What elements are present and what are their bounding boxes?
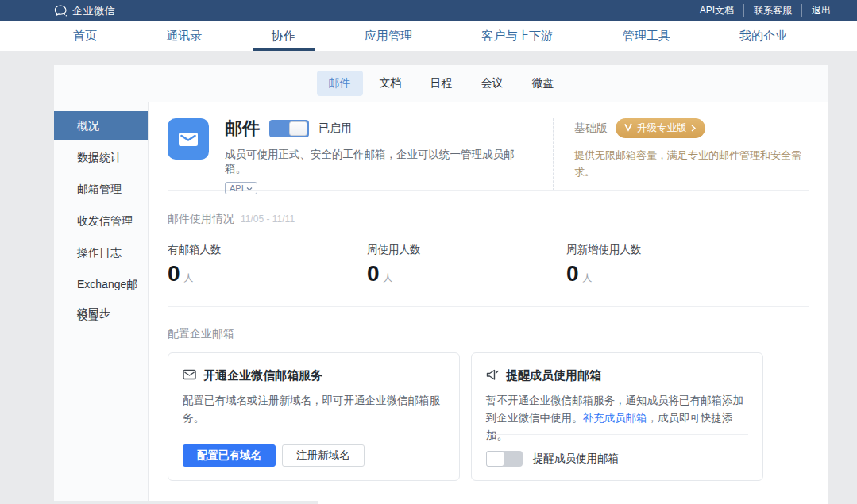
- sidebar-item-statistics[interactable]: 数据统计: [54, 143, 148, 171]
- nav-tab-admin-tools[interactable]: 管理工具: [623, 21, 670, 51]
- page-title: 邮件: [225, 117, 260, 140]
- toggle-knob: [486, 451, 504, 467]
- upgrade-pro-button[interactable]: 升级专业版: [616, 118, 705, 138]
- stat-label: 周新增使用人数: [566, 243, 766, 257]
- collaboration-subtabs: 邮件 文档 日程 会议 微盘: [54, 65, 828, 102]
- mail-enabled-toggle[interactable]: [269, 120, 309, 137]
- nav-tab-app-management[interactable]: 应用管理: [365, 21, 412, 51]
- topbar-links: API文档 联系客服 退出: [690, 4, 831, 17]
- stat-unit: 人: [184, 271, 194, 285]
- card-description: 暂不开通企业微信邮箱服务，通知成员将已有邮箱添加到企业微信中使用。补充成员邮箱，…: [486, 392, 748, 444]
- status-label: 已启用: [318, 121, 352, 136]
- mail-sidebar: 概况 数据统计 邮箱管理 收发信管理 操作日志 Exchange邮箱同步 设置: [54, 102, 149, 504]
- configure-domain-button[interactable]: 配置已有域名: [183, 444, 276, 467]
- plan-description: 提供无限邮箱容量，满足专业的邮件管理和安全需求。: [574, 147, 809, 180]
- card-title: 提醒成员使用邮箱: [506, 368, 601, 383]
- nav-tab-home[interactable]: 首页: [73, 21, 97, 51]
- mail-app-summary: 邮件 已启用 成员可使用正式、安全的工作邮箱，企业可以统一管理成员邮箱。 API: [168, 118, 554, 190]
- sidebar-item-operation-log[interactable]: 操作日志: [54, 238, 148, 267]
- card-divider: [486, 434, 748, 435]
- register-domain-button[interactable]: 注册新域名: [282, 444, 365, 467]
- stat-label: 周使用人数: [367, 243, 566, 257]
- app-description: 成员可使用正式、安全的工作邮箱，企业可以统一管理成员邮箱。: [225, 148, 534, 176]
- subtab-docs[interactable]: 文档: [368, 71, 414, 96]
- topbar: 企业微信 API文档 联系客服 退出: [0, 0, 857, 21]
- next-section-cutoff: [54, 501, 318, 504]
- card-remind-members: 提醒成员使用邮箱 暂不开通企业微信邮箱服务，通知成员将已有邮箱添加到企业微信中使…: [471, 352, 763, 481]
- remind-members-toggle[interactable]: [486, 451, 523, 467]
- subtab-drive[interactable]: 微盘: [520, 71, 566, 96]
- remind-toggle-label: 提醒成员使用邮箱: [533, 452, 619, 466]
- toggle-knob: [289, 121, 307, 136]
- nav-tab-customers[interactable]: 客户与上下游: [481, 21, 553, 51]
- main-panel: 邮件 文档 日程 会议 微盘 概况 数据统计 邮箱管理 收发信管理 操作日志 E…: [54, 65, 828, 504]
- usage-section-header: 邮件使用情况11/05 - 11/11: [168, 212, 809, 226]
- logout-link[interactable]: 退出: [801, 4, 831, 17]
- stat-unit: 人: [583, 271, 593, 285]
- usage-title: 邮件使用情况: [168, 212, 234, 225]
- main-nav: 首页 通讯录 协作 应用管理 客户与上下游 管理工具 我的企业: [0, 21, 857, 51]
- upgrade-icon: [623, 122, 633, 134]
- stats-divider: [168, 306, 809, 307]
- plan-name: 基础版: [574, 121, 608, 136]
- stat-value: 0: [566, 261, 579, 287]
- nav-tab-collaboration[interactable]: 协作: [272, 21, 295, 51]
- wecom-logo[interactable]: 企业微信: [54, 4, 115, 18]
- subtab-schedule[interactable]: 日程: [419, 71, 465, 96]
- stat-weekly-users: 周使用人数 0 人: [367, 243, 566, 287]
- config-section-title: 配置企业邮箱: [168, 327, 809, 341]
- card-open-mail-service: 开通企业微信邮箱服务 配置已有域名或注册新域名，即可开通企业微信邮箱服务。 配置…: [168, 352, 460, 481]
- card-title: 开通企业微信邮箱服务: [203, 368, 322, 383]
- nav-tab-my-company[interactable]: 我的企业: [739, 21, 787, 51]
- usage-stats: 有邮箱人数 0 人 周使用人数 0 人 周新增使用人数 0: [168, 243, 809, 287]
- megaphone-icon: [486, 369, 499, 383]
- stat-mailbox-users: 有邮箱人数 0 人: [168, 243, 367, 287]
- stat-unit: 人: [384, 271, 393, 285]
- subtab-mail[interactable]: 邮件: [317, 71, 363, 96]
- sidebar-item-mailbox-management[interactable]: 邮箱管理: [54, 175, 148, 203]
- envelope-icon: [183, 369, 196, 383]
- chevron-down-icon: [246, 183, 253, 193]
- sidebar-item-exchange-sync[interactable]: Exchange邮箱同步: [54, 270, 148, 298]
- wecom-logo-icon: [54, 5, 68, 17]
- upgrade-label: 升级专业版: [637, 121, 687, 135]
- stat-label: 有邮箱人数: [168, 243, 367, 257]
- stat-weekly-new-users: 周新增使用人数 0 人: [566, 243, 766, 287]
- card-description: 配置已有域名或注册新域名，即可开通企业微信邮箱服务。: [183, 392, 445, 427]
- brand-name: 企业微信: [72, 4, 115, 18]
- api-label: API: [230, 183, 244, 193]
- nav-tab-contacts[interactable]: 通讯录: [166, 21, 202, 51]
- sidebar-item-send-receive[interactable]: 收发信管理: [54, 206, 148, 235]
- subtab-meeting[interactable]: 会议: [469, 71, 515, 96]
- mail-app-icon: [168, 118, 209, 160]
- supplement-mailbox-link[interactable]: 补充成员邮箱: [583, 412, 647, 424]
- chevron-right-icon: [691, 123, 696, 134]
- plan-panel: 基础版 升级专业版: [554, 118, 809, 190]
- api-docs-link[interactable]: API文档: [690, 4, 743, 17]
- overview-content: 邮件 已启用 成员可使用正式、安全的工作邮箱，企业可以统一管理成员邮箱。 API: [149, 102, 828, 504]
- stat-value: 0: [168, 261, 180, 287]
- api-dropdown[interactable]: API: [225, 182, 257, 194]
- contact-support-link[interactable]: 联系客服: [743, 4, 801, 17]
- stat-value: 0: [367, 261, 380, 287]
- sidebar-item-overview[interactable]: 概况: [54, 111, 148, 140]
- usage-date-range: 11/05 - 11/11: [241, 214, 295, 225]
